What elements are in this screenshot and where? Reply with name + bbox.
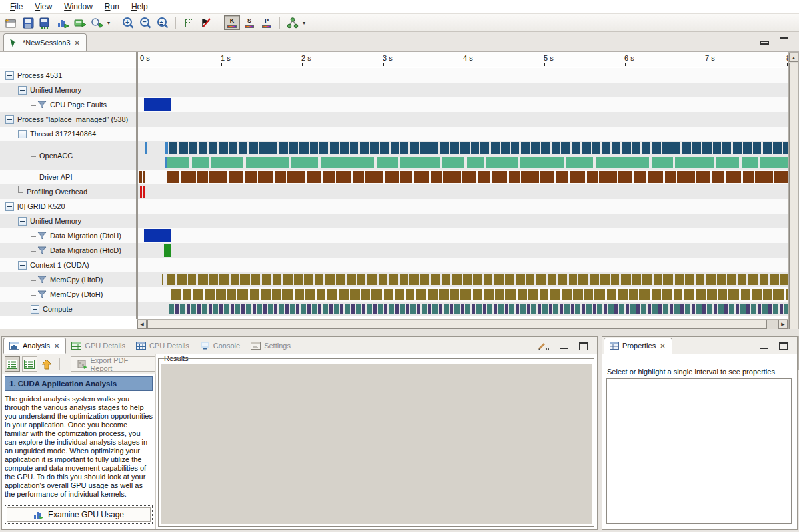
run-analysis-icon[interactable] [72, 15, 88, 30]
timeline-interval[interactable] [538, 304, 541, 314]
timeline-interval[interactable] [662, 142, 672, 154]
tab-close-icon[interactable]: ✕ [53, 342, 60, 350]
timeline-interval[interactable] [189, 142, 197, 154]
minimize-icon[interactable] [760, 346, 768, 349]
tab-cpu-details[interactable]: CPU Details [131, 338, 195, 354]
timeline-interval[interactable] [187, 304, 190, 314]
timeline-row-label[interactable]: Unified Memory [0, 214, 136, 228]
timeline-interval[interactable] [416, 289, 426, 300]
timeline-interval[interactable] [654, 274, 662, 285]
timeline-row-track[interactable] [138, 141, 788, 170]
timeline-interval[interactable] [773, 289, 784, 300]
timeline-interval[interactable] [751, 304, 756, 314]
timeline-interval[interactable] [440, 142, 449, 154]
timeline-interval[interactable] [505, 274, 514, 285]
timeline-interval[interactable] [741, 289, 750, 300]
timeline-interval[interactable] [377, 157, 398, 168]
timeline-row-track[interactable] [138, 228, 788, 243]
timeline-interval[interactable] [241, 304, 245, 314]
stream-mode-button[interactable]: S [241, 15, 257, 30]
timeline-interval[interactable] [516, 274, 525, 285]
timeline-interval[interactable] [275, 171, 286, 183]
timeline-interval[interactable] [463, 274, 472, 285]
timeline-interval[interactable] [636, 304, 640, 314]
collapse-icon[interactable] [18, 261, 27, 270]
timeline-interval[interactable] [629, 289, 638, 300]
timeline-interval[interactable] [626, 304, 629, 314]
timeline-interval[interactable] [663, 304, 668, 314]
timeline-interval[interactable] [312, 304, 317, 314]
timeline-interval[interactable] [379, 274, 387, 285]
view-menu-pencil-icon[interactable] [538, 342, 549, 350]
timeline-interval[interactable] [682, 142, 691, 154]
timeline-interval[interactable] [395, 304, 399, 314]
timeline-interval[interactable] [307, 304, 311, 314]
timeline-interval[interactable] [340, 304, 343, 314]
timeline-interval[interactable] [400, 142, 408, 154]
timeline-interval[interactable] [632, 274, 641, 285]
timeline-row-label[interactable]: Thread 3172140864 [0, 127, 136, 141]
timeline-interval[interactable] [743, 171, 754, 183]
kernel-mode-button[interactable]: K [224, 15, 240, 30]
timeline-interval[interactable] [279, 304, 284, 314]
timeline-interval[interactable] [540, 289, 548, 300]
timeline-interval[interactable] [707, 304, 712, 314]
timeline-interval[interactable] [262, 274, 271, 285]
timeline-row-label[interactable]: Data Migration (HtoD) [0, 243, 136, 258]
timeline-interval[interactable] [773, 304, 778, 314]
timeline-interval[interactable] [550, 289, 560, 300]
timeline-interval[interactable] [549, 304, 552, 314]
timeline-interval[interactable] [465, 304, 470, 314]
timeline-interval[interactable] [406, 304, 409, 314]
timeline-interval[interactable] [431, 274, 440, 285]
filter-icon[interactable] [37, 232, 47, 240]
timeline-interval[interactable] [492, 171, 507, 183]
vertical-scrollbar[interactable]: ▲ ▼ [788, 52, 799, 370]
timeline-interval[interactable] [205, 289, 215, 300]
collapse-icon[interactable] [31, 305, 39, 314]
timeline-row-track[interactable] [138, 97, 788, 112]
timeline-interval[interactable] [680, 304, 684, 314]
timeline-row-track[interactable] [138, 287, 788, 302]
timeline-interval[interactable] [486, 157, 518, 168]
timeline-interval[interactable] [599, 171, 617, 183]
menu-window[interactable]: Window [58, 0, 99, 13]
timeline-interval[interactable] [619, 304, 624, 314]
timeline-row-track[interactable] [138, 272, 788, 287]
timeline-interval[interactable] [494, 274, 504, 285]
timeline-interval[interactable] [560, 304, 563, 314]
timeline-interval[interactable] [211, 157, 243, 168]
timeline-interval[interactable] [420, 142, 430, 154]
timeline-interval[interactable] [188, 274, 196, 285]
timeline-interval[interactable] [476, 304, 482, 314]
timeline-interval[interactable] [245, 171, 257, 183]
timeline-interval[interactable] [347, 274, 356, 285]
timeline-interval[interactable] [696, 289, 706, 300]
collapse-icon[interactable] [18, 217, 27, 226]
timeline-interval[interactable] [733, 142, 742, 154]
timeline-interval[interactable] [542, 304, 548, 314]
timeline-interval[interactable] [614, 304, 618, 314]
filter-icon[interactable] [37, 276, 47, 284]
timeline-row-track[interactable] [138, 214, 788, 228]
timeline-interval[interactable] [269, 142, 277, 154]
timeline-interval[interactable] [334, 304, 339, 314]
timeline-interval[interactable] [239, 142, 247, 154]
timeline-interval[interactable] [258, 171, 273, 183]
timeline-interval[interactable] [450, 142, 459, 154]
timeline-interval[interactable] [494, 304, 497, 314]
timeline-interval[interactable] [674, 289, 682, 300]
timeline-interval[interactable] [483, 304, 486, 314]
timeline-interval[interactable] [531, 142, 540, 154]
collapse-icon[interactable] [18, 86, 27, 95]
timeline-interval[interactable] [548, 274, 556, 285]
timeline-interval[interactable] [442, 274, 450, 285]
timeline-row-label[interactable]: OpenACC [0, 141, 136, 170]
examine-gpu-usage-button[interactable]: Examine GPU Usage [5, 505, 153, 524]
timeline-interval[interactable] [760, 274, 768, 285]
timeline-interval[interactable] [197, 171, 208, 183]
timeline-interval[interactable] [450, 289, 459, 300]
vertical-scrollbar-thumb[interactable] [789, 63, 798, 349]
tab-gpu-details[interactable]: GPU Details [66, 338, 131, 354]
timeline-interval[interactable] [442, 157, 464, 168]
